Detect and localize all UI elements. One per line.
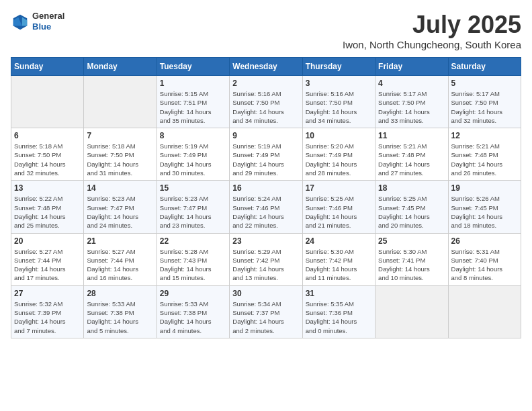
calendar-cell: 12Sunrise: 5:21 AM Sunset: 7:48 PM Dayli… xyxy=(448,128,521,181)
calendar-cell: 23Sunrise: 5:29 AM Sunset: 7:42 PM Dayli… xyxy=(230,233,302,285)
calendar-cell: 3Sunrise: 5:16 AM Sunset: 7:50 PM Daylig… xyxy=(302,76,375,128)
day-info: Sunrise: 5:18 AM Sunset: 7:50 PM Dayligh… xyxy=(14,142,81,177)
calendar-cell xyxy=(11,76,84,128)
day-number: 11 xyxy=(378,131,445,140)
day-info: Sunrise: 5:30 AM Sunset: 7:41 PM Dayligh… xyxy=(378,247,445,283)
day-number: 17 xyxy=(306,183,372,193)
day-info: Sunrise: 5:15 AM Sunset: 7:51 PM Dayligh… xyxy=(160,89,226,125)
calendar-cell: 25Sunrise: 5:30 AM Sunset: 7:41 PM Dayli… xyxy=(375,233,448,285)
day-info: Sunrise: 5:22 AM Sunset: 7:48 PM Dayligh… xyxy=(14,194,81,230)
calendar-cell: 26Sunrise: 5:31 AM Sunset: 7:40 PM Dayli… xyxy=(448,233,521,285)
day-info: Sunrise: 5:31 AM Sunset: 7:40 PM Dayligh… xyxy=(451,247,518,283)
calendar-cell: 27Sunrise: 5:32 AM Sunset: 7:39 PM Dayli… xyxy=(11,285,84,338)
logo-general: General xyxy=(32,11,64,21)
weekday-thursday: Thursday xyxy=(302,58,375,76)
day-number: 24 xyxy=(306,236,372,246)
weekday-friday: Friday xyxy=(375,58,448,76)
day-number: 26 xyxy=(451,236,518,246)
day-info: Sunrise: 5:27 AM Sunset: 7:44 PM Dayligh… xyxy=(87,247,153,283)
day-info: Sunrise: 5:17 AM Sunset: 7:50 PM Dayligh… xyxy=(451,89,518,125)
calendar-cell xyxy=(375,285,448,338)
calendar-cell: 21Sunrise: 5:27 AM Sunset: 7:44 PM Dayli… xyxy=(84,233,157,285)
day-number: 29 xyxy=(160,289,226,298)
day-number: 23 xyxy=(232,236,299,246)
day-number: 21 xyxy=(87,236,153,246)
day-info: Sunrise: 5:19 AM Sunset: 7:49 PM Dayligh… xyxy=(160,142,226,177)
day-number: 28 xyxy=(87,289,153,298)
calendar-cell: 8Sunrise: 5:19 AM Sunset: 7:49 PM Daylig… xyxy=(157,128,229,181)
calendar-cell: 9Sunrise: 5:19 AM Sunset: 7:49 PM Daylig… xyxy=(230,128,302,181)
weekday-wednesday: Wednesday xyxy=(230,58,302,76)
weekday-header: SundayMondayTuesdayWednesdayThursdayFrid… xyxy=(11,58,521,76)
page-header: General Blue July 2025 Iwon, North Chung… xyxy=(11,11,521,50)
calendar-week-3: 13Sunrise: 5:22 AM Sunset: 7:48 PM Dayli… xyxy=(11,181,521,233)
day-number: 13 xyxy=(14,183,81,193)
calendar-cell: 30Sunrise: 5:34 AM Sunset: 7:37 PM Dayli… xyxy=(230,285,302,338)
calendar-cell xyxy=(448,285,521,338)
weekday-monday: Monday xyxy=(84,58,157,76)
day-number: 1 xyxy=(160,79,226,88)
day-info: Sunrise: 5:23 AM Sunset: 7:47 PM Dayligh… xyxy=(160,194,226,230)
day-number: 30 xyxy=(232,289,299,298)
calendar-cell: 2Sunrise: 5:16 AM Sunset: 7:50 PM Daylig… xyxy=(230,76,302,128)
weekday-tuesday: Tuesday xyxy=(157,58,229,76)
location-title: Iwon, North Chungcheong, South Korea xyxy=(343,39,521,50)
day-number: 31 xyxy=(306,289,372,298)
day-number: 8 xyxy=(160,131,226,140)
calendar: SundayMondayTuesdayWednesdayThursdayFrid… xyxy=(11,57,521,338)
calendar-cell: 11Sunrise: 5:21 AM Sunset: 7:48 PM Dayli… xyxy=(375,128,448,181)
title-area: July 2025 Iwon, North Chungcheong, South… xyxy=(343,11,521,50)
day-info: Sunrise: 5:28 AM Sunset: 7:43 PM Dayligh… xyxy=(160,247,226,283)
day-info: Sunrise: 5:33 AM Sunset: 7:38 PM Dayligh… xyxy=(160,300,226,335)
day-number: 3 xyxy=(306,79,372,88)
day-number: 25 xyxy=(378,236,445,246)
weekday-sunday: Sunday xyxy=(11,58,84,76)
day-info: Sunrise: 5:34 AM Sunset: 7:37 PM Dayligh… xyxy=(232,300,299,335)
calendar-cell: 24Sunrise: 5:30 AM Sunset: 7:42 PM Dayli… xyxy=(302,233,375,285)
day-info: Sunrise: 5:21 AM Sunset: 7:48 PM Dayligh… xyxy=(378,142,445,177)
day-number: 14 xyxy=(87,183,153,193)
day-info: Sunrise: 5:24 AM Sunset: 7:46 PM Dayligh… xyxy=(232,194,299,230)
day-number: 9 xyxy=(232,131,299,140)
calendar-cell: 14Sunrise: 5:23 AM Sunset: 7:47 PM Dayli… xyxy=(84,181,157,233)
calendar-cell: 7Sunrise: 5:18 AM Sunset: 7:50 PM Daylig… xyxy=(84,128,157,181)
calendar-cell: 17Sunrise: 5:25 AM Sunset: 7:46 PM Dayli… xyxy=(302,181,375,233)
calendar-cell: 31Sunrise: 5:35 AM Sunset: 7:36 PM Dayli… xyxy=(302,285,375,338)
month-title: July 2025 xyxy=(343,11,521,39)
day-info: Sunrise: 5:35 AM Sunset: 7:36 PM Dayligh… xyxy=(306,300,372,335)
day-info: Sunrise: 5:26 AM Sunset: 7:45 PM Dayligh… xyxy=(451,194,518,230)
day-info: Sunrise: 5:19 AM Sunset: 7:49 PM Dayligh… xyxy=(232,142,299,177)
day-number: 19 xyxy=(451,183,518,193)
day-number: 12 xyxy=(451,131,518,140)
calendar-week-5: 27Sunrise: 5:32 AM Sunset: 7:39 PM Dayli… xyxy=(11,285,521,338)
logo-text: General Blue xyxy=(32,11,64,32)
day-number: 22 xyxy=(160,236,226,246)
logo: General Blue xyxy=(11,11,64,32)
calendar-cell: 18Sunrise: 5:25 AM Sunset: 7:45 PM Dayli… xyxy=(375,181,448,233)
calendar-cell: 5Sunrise: 5:17 AM Sunset: 7:50 PM Daylig… xyxy=(448,76,521,128)
day-info: Sunrise: 5:32 AM Sunset: 7:39 PM Dayligh… xyxy=(14,300,81,335)
day-number: 18 xyxy=(378,183,445,193)
day-info: Sunrise: 5:17 AM Sunset: 7:50 PM Dayligh… xyxy=(378,89,445,125)
day-info: Sunrise: 5:23 AM Sunset: 7:47 PM Dayligh… xyxy=(87,194,153,230)
calendar-cell: 29Sunrise: 5:33 AM Sunset: 7:38 PM Dayli… xyxy=(157,285,229,338)
calendar-cell: 1Sunrise: 5:15 AM Sunset: 7:51 PM Daylig… xyxy=(157,76,229,128)
day-info: Sunrise: 5:30 AM Sunset: 7:42 PM Dayligh… xyxy=(306,247,372,283)
day-number: 7 xyxy=(87,131,153,140)
calendar-week-4: 20Sunrise: 5:27 AM Sunset: 7:44 PM Dayli… xyxy=(11,233,521,285)
logo-blue: Blue xyxy=(32,21,64,32)
calendar-week-2: 6Sunrise: 5:18 AM Sunset: 7:50 PM Daylig… xyxy=(11,128,521,181)
day-number: 27 xyxy=(14,289,81,298)
day-info: Sunrise: 5:16 AM Sunset: 7:50 PM Dayligh… xyxy=(232,89,299,125)
day-number: 5 xyxy=(451,79,518,88)
calendar-cell xyxy=(84,76,157,128)
calendar-cell: 19Sunrise: 5:26 AM Sunset: 7:45 PM Dayli… xyxy=(448,181,521,233)
calendar-cell: 15Sunrise: 5:23 AM Sunset: 7:47 PM Dayli… xyxy=(157,181,229,233)
day-info: Sunrise: 5:16 AM Sunset: 7:50 PM Dayligh… xyxy=(306,89,372,125)
day-number: 15 xyxy=(160,183,226,193)
day-info: Sunrise: 5:25 AM Sunset: 7:45 PM Dayligh… xyxy=(378,194,445,230)
day-info: Sunrise: 5:18 AM Sunset: 7:50 PM Dayligh… xyxy=(87,142,153,177)
day-info: Sunrise: 5:27 AM Sunset: 7:44 PM Dayligh… xyxy=(14,247,81,283)
day-number: 4 xyxy=(378,79,445,88)
calendar-body: 1Sunrise: 5:15 AM Sunset: 7:51 PM Daylig… xyxy=(11,76,521,338)
